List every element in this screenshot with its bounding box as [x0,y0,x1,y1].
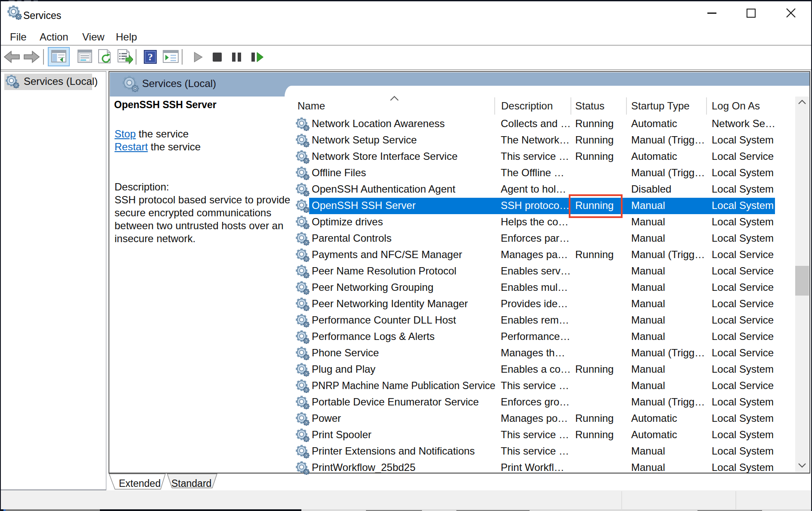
svg-text:?: ? [148,51,153,62]
